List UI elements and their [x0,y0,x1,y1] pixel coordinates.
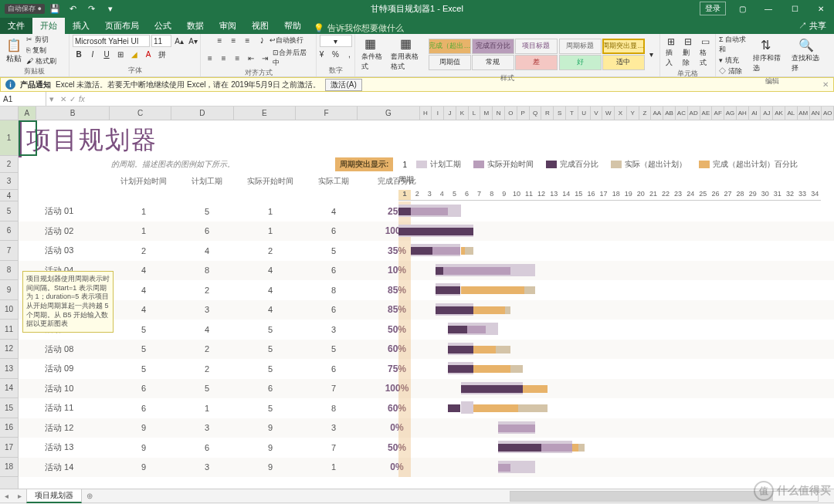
cell-act-start[interactable]: 2 [239,246,302,255]
row-header-13[interactable]: 13 [0,359,18,379]
col-header-H[interactable]: H [420,107,432,120]
col-header-Q[interactable]: Q [530,107,542,120]
name-box[interactable]: A1 [0,92,46,106]
minimize-icon[interactable]: — [755,0,781,17]
autosum-button[interactable]: Σ 自动求和 [719,35,748,55]
cell-act-dur[interactable]: 7 [302,443,365,452]
col-header-AE[interactable]: AE [700,107,713,120]
col-header-O[interactable]: O [505,107,517,120]
row-header-9[interactable]: 9 [0,280,18,300]
align-right-icon[interactable]: ≡ [232,52,244,64]
col-header-A[interactable]: A [19,107,37,120]
cell-plan-dur[interactable]: 5 [175,384,239,393]
tab-data[interactable]: 数据 [179,18,212,34]
clear-button[interactable]: ◇ 清除 [719,66,748,76]
style-pct[interactable]: 完成百分比 [472,39,514,54]
cell-act-dur[interactable]: 4 [302,207,365,216]
enter-formula-icon[interactable]: ✓ [70,95,76,103]
add-sheet-icon[interactable]: ⊕ [82,492,97,500]
col-header-AJ[interactable]: AJ [761,107,773,120]
cell-act-dur[interactable]: 3 [302,423,365,432]
cell-plan-dur[interactable]: 4 [175,325,239,334]
align-center-icon[interactable]: ≡ [218,52,230,64]
col-header-AD[interactable]: AD [688,107,700,120]
cell-plan-dur[interactable]: 3 [175,462,239,472]
redo-icon[interactable]: ↷ [83,1,100,16]
tab-file[interactable]: 文件 [0,18,32,34]
cell-act-dur[interactable]: 8 [302,286,365,295]
cell-plan-start[interactable]: 4 [112,286,175,295]
cell-activity[interactable]: 活动 10 [37,383,112,394]
col-header-G[interactable]: G [358,107,419,120]
col-header-N[interactable]: N [493,107,505,120]
cell-plan-start[interactable]: 6 [112,384,175,393]
col-header-AC[interactable]: AC [676,107,688,120]
cell-activity[interactable]: 活动 12 [37,422,112,434]
cell-plan-start[interactable]: 9 [112,443,175,452]
tab-review[interactable]: 审阅 [212,18,244,34]
style-highlight[interactable]: 周期突出显… [602,39,645,54]
percent-icon[interactable]: % [330,49,342,60]
row-header-7[interactable]: 7 [0,241,18,261]
col-header-Z[interactable]: Z [639,107,652,120]
comma-icon[interactable]: , [344,49,356,60]
cell-plan-dur[interactable]: 2 [175,364,239,374]
row-header-12[interactable]: 12 [0,340,18,360]
cell-plan-start[interactable]: 1 [112,226,175,235]
cell-plan-start[interactable]: 4 [112,305,175,314]
cell-plan-dur[interactable]: 2 [175,286,239,295]
col-header-AM[interactable]: AM [798,107,810,120]
col-header-AA[interactable]: AA [651,107,663,120]
undo-icon[interactable]: ↶ [65,1,82,16]
row-header-11[interactable]: 11 [0,320,18,340]
close-icon[interactable]: ✕ [808,0,834,17]
tab-layout[interactable]: 页面布局 [97,18,147,34]
col-header-AF[interactable]: AF [712,107,724,120]
col-header-F[interactable]: F [296,107,358,120]
align-mid-icon[interactable]: ≡ [228,35,240,46]
cell-act-start[interactable]: 5 [239,344,302,353]
cell-act-dur[interactable]: 5 [302,246,365,255]
bold-button[interactable]: B [73,49,85,60]
cell-act-dur[interactable]: 6 [302,305,365,314]
table-format-button[interactable]: ▦套用表格格式 [388,35,427,73]
cell-plan-start[interactable]: 9 [112,462,175,472]
cell-act-start[interactable]: 5 [239,404,302,413]
paste-button[interactable]: 📋粘贴 [3,36,25,66]
cell-activity[interactable]: 活动 03 [37,245,112,256]
row-header-3[interactable]: 3 [0,173,18,190]
cell-act-dur[interactable]: 3 [302,325,365,334]
col-header-J[interactable]: J [444,107,456,120]
row-header-14[interactable]: 14 [0,379,18,399]
decrease-font-icon[interactable]: A▾ [187,36,199,47]
cell-act-start[interactable]: 9 [239,462,302,472]
cell-act-start[interactable]: 9 [239,443,302,452]
delete-cells-button[interactable]: ⊟删除 [680,35,696,69]
currency-icon[interactable]: ¥ [316,49,328,60]
col-header-B[interactable]: B [36,107,110,120]
cell-act-dur[interactable]: 1 [302,462,365,472]
font-color-button[interactable]: A [142,49,154,60]
phonetic-button[interactable]: 拼 [156,49,168,60]
sheet-nav-next-icon[interactable]: ▸ [13,492,26,500]
row-header-1[interactable]: 1 [0,120,18,156]
cell-plan-start[interactable]: 5 [112,344,175,353]
cell-plan-dur[interactable]: 1 [175,404,239,413]
cell-plan-dur[interactable]: 8 [175,266,239,275]
col-header-AO[interactable]: AO [822,107,834,120]
col-header-P[interactable]: P [517,107,530,120]
cell-plan-start[interactable]: 1 [112,207,175,216]
cell-act-dur[interactable]: 8 [302,404,365,413]
col-header-M[interactable]: M [480,107,493,120]
row-header-17[interactable]: 17 [0,438,18,458]
find-select-button[interactable]: 🔍查找和选择 [788,36,825,75]
style-bad[interactable]: 差 [515,55,558,70]
col-header-I[interactable]: I [432,107,444,120]
col-header-V[interactable]: V [591,107,603,120]
italic-button[interactable]: I [86,49,99,60]
cell-act-start[interactable]: 1 [239,226,302,235]
col-header-K[interactable]: K [456,107,469,120]
cell-activity[interactable]: 活动 11 [37,402,112,414]
align-left-icon[interactable]: ≡ [204,52,216,64]
col-header-R[interactable]: R [541,107,554,120]
